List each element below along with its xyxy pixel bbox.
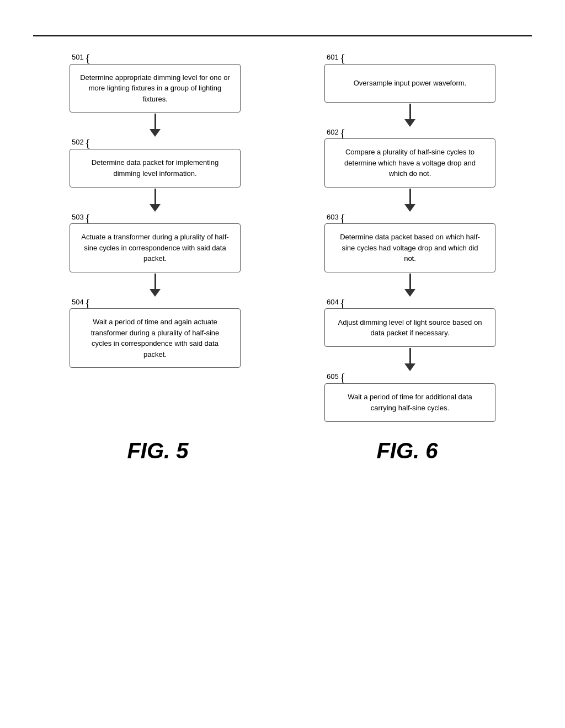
step-box-504: Wait a period of time and again actuate …: [70, 308, 241, 368]
step-id-601: 601: [327, 53, 339, 61]
bracket-icon: {: [340, 213, 346, 223]
step-box-604: Adjust dimming level of light source bas…: [324, 308, 495, 347]
arrow-head-icon: [404, 119, 415, 127]
step-box-502: Determine data packet for implementing d…: [70, 149, 241, 188]
page-header: [33, 22, 532, 36]
bracket-icon: {: [85, 53, 91, 63]
step-id-501: 501: [72, 53, 84, 61]
fig6-column: 601{Oversample input power waveform.602{…: [316, 53, 504, 422]
bracket-icon: {: [340, 53, 346, 63]
bracket-icon: {: [340, 372, 346, 382]
step-box-503: Actuate a transformer during a plurality…: [70, 223, 241, 272]
step-box-602: Compare a plurality of half-sine cycles …: [324, 138, 495, 188]
figure-labels-row: FIG. 5FIG. 6: [33, 438, 532, 463]
arrow-down-502: [61, 188, 249, 213]
arrow-down-601: [316, 103, 504, 128]
arrow-head-icon: [404, 363, 415, 371]
step-id-604: 604: [327, 298, 339, 306]
bracket-icon: {: [85, 298, 91, 308]
arrow-head-icon: [404, 289, 415, 297]
arrow-down-602: [316, 188, 504, 213]
arrow-line-icon: [154, 189, 156, 204]
arrow-line-icon: [409, 189, 411, 204]
arrow-head-icon: [150, 289, 161, 297]
arrow-down-501: [61, 113, 249, 138]
step-id-503: 503: [72, 213, 84, 221]
step-box-605: Wait a period of time for additional dat…: [324, 383, 495, 422]
arrow-down-603: [316, 272, 504, 298]
fig5-column: 501{Determine appropriate dimming level …: [61, 53, 249, 422]
arrow-line-icon: [409, 274, 411, 289]
arrow-head-icon: [404, 204, 415, 212]
fig6-label: FIG. 6: [313, 438, 501, 463]
fig5-label: FIG. 5: [64, 438, 252, 463]
bracket-icon: {: [340, 298, 346, 308]
step-id-602: 602: [327, 128, 339, 136]
header-date-sheet: [279, 22, 286, 31]
arrow-head-icon: [150, 129, 161, 137]
step-box-603: Determine data packet based on which hal…: [324, 223, 495, 272]
arrow-line-icon: [409, 104, 411, 119]
patent-page: 501{Determine appropriate dimming level …: [0, 0, 565, 728]
bracket-icon: {: [340, 128, 346, 138]
arrow-line-icon: [409, 348, 411, 363]
step-box-601: Oversample input power waveform.: [324, 64, 495, 103]
step-id-502: 502: [72, 138, 84, 146]
arrow-down-503: [61, 272, 249, 298]
step-id-504: 504: [72, 298, 84, 306]
arrow-line-icon: [154, 114, 156, 129]
arrow-head-icon: [150, 204, 161, 212]
arrow-line-icon: [154, 274, 156, 289]
diagram-area: 501{Determine appropriate dimming level …: [33, 53, 532, 422]
arrow-down-604: [316, 347, 504, 372]
step-id-605: 605: [327, 372, 339, 381]
step-id-603: 603: [327, 213, 339, 221]
step-box-501: Determine appropriate dimming level for …: [70, 64, 241, 113]
bracket-icon: {: [85, 213, 91, 223]
bracket-icon: {: [85, 138, 91, 148]
